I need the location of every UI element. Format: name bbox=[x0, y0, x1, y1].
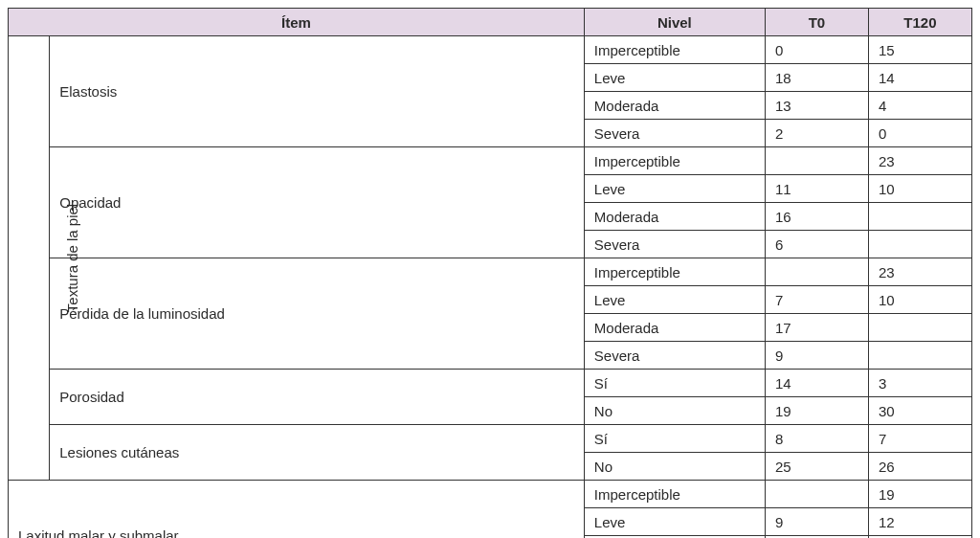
cell-t120 bbox=[868, 203, 971, 231]
cell-t0: 13 bbox=[765, 92, 868, 120]
cell-t0: 0 bbox=[765, 36, 868, 64]
cell-nivel: No bbox=[584, 397, 765, 425]
cell-t120: 23 bbox=[868, 258, 971, 286]
cell-t120: 23 bbox=[868, 147, 971, 175]
cell-nivel: Leve bbox=[584, 64, 765, 92]
item-label: Pérdida de la luminosidad bbox=[50, 258, 585, 370]
cell-t120: 10 bbox=[868, 175, 971, 203]
cell-t0: 18 bbox=[765, 64, 868, 92]
cell-nivel: Severa bbox=[584, 342, 765, 370]
table-row: Opacidad Imperceptible 23 bbox=[9, 147, 972, 175]
item-label: Laxitud malar y submalar bbox=[9, 481, 585, 539]
cell-t120: 30 bbox=[868, 397, 971, 425]
item-label: Porosidad bbox=[50, 370, 585, 425]
cell-nivel: No bbox=[584, 453, 765, 481]
cell-nivel: Leve bbox=[584, 286, 765, 314]
cell-nivel: Moderada bbox=[584, 314, 765, 342]
cell-t0: 9 bbox=[765, 342, 868, 370]
item-label: Opacidad bbox=[50, 147, 585, 258]
cell-t0: 17 bbox=[765, 314, 868, 342]
cell-nivel: Imperceptible bbox=[584, 36, 765, 64]
cell-nivel: Moderada bbox=[584, 203, 765, 231]
table-row: Laxitud malar y submalar Imperceptible 1… bbox=[9, 481, 972, 508]
table-row: Textura de la piel Elastosis Imperceptib… bbox=[9, 36, 972, 64]
cell-t120: 0 bbox=[868, 120, 971, 147]
cell-nivel: Moderada bbox=[584, 92, 765, 120]
cell-t120: 7 bbox=[868, 425, 971, 453]
header-nivel: Nivel bbox=[584, 9, 765, 36]
cell-t0: 8 bbox=[765, 425, 868, 453]
cell-t120 bbox=[868, 231, 971, 258]
cell-t120: 26 bbox=[868, 453, 971, 481]
cell-nivel: Sí bbox=[584, 425, 765, 453]
cell-t120: 19 bbox=[868, 481, 971, 508]
cell-nivel: Imperceptible bbox=[584, 147, 765, 175]
cell-t0: 2 bbox=[765, 120, 868, 147]
cell-t120: 12 bbox=[868, 508, 971, 536]
cell-t120: 15 bbox=[868, 36, 971, 64]
cell-t120 bbox=[868, 314, 971, 342]
table-header-row: Ítem Nivel T0 T120 bbox=[9, 9, 972, 36]
table-row: Lesiones cutáneas Sí 8 7 bbox=[9, 425, 972, 453]
cell-t0 bbox=[765, 147, 868, 175]
cell-nivel: Severa bbox=[584, 120, 765, 147]
cell-nivel: Leve bbox=[584, 175, 765, 203]
cell-t120: 14 bbox=[868, 64, 971, 92]
cell-t0: 19 bbox=[765, 397, 868, 425]
vertical-category: Textura de la piel bbox=[9, 36, 50, 481]
cell-t0: 11 bbox=[765, 175, 868, 203]
table-row: Pérdida de la luminosidad Imperceptible … bbox=[9, 258, 972, 286]
cell-t0: 9 bbox=[765, 508, 868, 536]
cell-t0: 7 bbox=[765, 286, 868, 314]
cell-nivel: Severa bbox=[584, 231, 765, 258]
item-label: Lesiones cutáneas bbox=[50, 425, 585, 481]
header-t120: T120 bbox=[868, 9, 971, 36]
cell-nivel: Sí bbox=[584, 370, 765, 397]
cell-t120: 3 bbox=[868, 370, 971, 397]
cell-t0: 16 bbox=[765, 203, 868, 231]
cell-nivel: Imperceptible bbox=[584, 258, 765, 286]
table-row: Porosidad Sí 14 3 bbox=[9, 370, 972, 397]
cell-t120: 10 bbox=[868, 286, 971, 314]
item-label: Elastosis bbox=[50, 36, 585, 147]
cell-t0 bbox=[765, 258, 868, 286]
cell-nivel: Leve bbox=[584, 508, 765, 536]
cell-t0: 14 bbox=[765, 370, 868, 397]
header-item: Ítem bbox=[9, 9, 585, 36]
vertical-category-label: Textura de la piel bbox=[64, 204, 80, 312]
cell-t0 bbox=[765, 481, 868, 508]
cell-t120 bbox=[868, 342, 971, 370]
cell-t120: 4 bbox=[868, 92, 971, 120]
cell-t0: 6 bbox=[765, 231, 868, 258]
header-t0: T0 bbox=[765, 9, 868, 36]
cell-t0: 25 bbox=[765, 453, 868, 481]
clinical-assessment-table: Ítem Nivel T0 T120 Textura de la piel El… bbox=[8, 8, 972, 538]
cell-nivel: Imperceptible bbox=[584, 481, 765, 508]
